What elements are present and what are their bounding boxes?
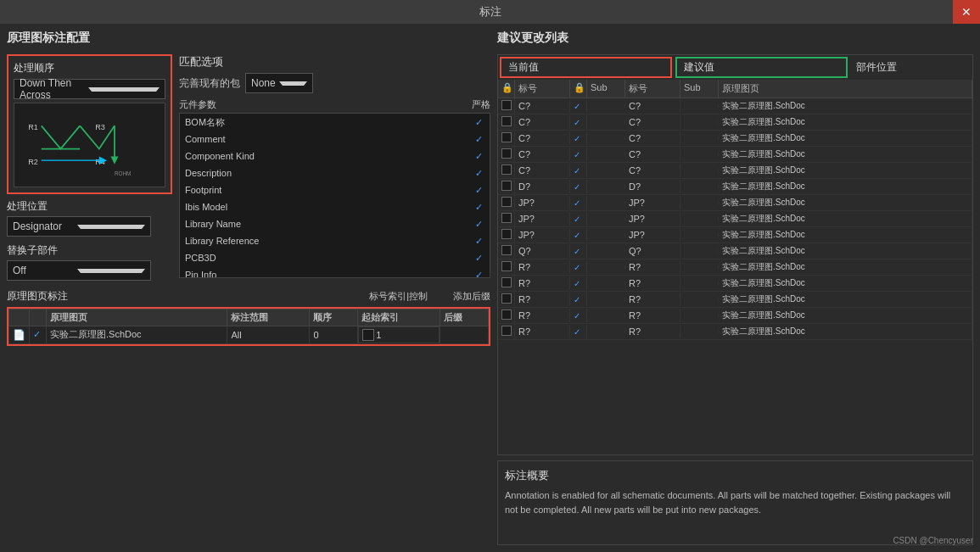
- summary-text: Annotation is enabled for all schematic …: [505, 488, 966, 516]
- col-scope: 标注范围: [227, 309, 310, 326]
- sugg-table-row: R? ✓ R? 实验二原理图.SchDoc: [498, 324, 972, 340]
- processing-order-section: 处理顺序 Down Then Across R1 R3: [7, 54, 172, 281]
- sugg-table-header: 🔒 标号 🔒 Sub 标号 Sub 原理图页: [498, 80, 972, 98]
- param-row: Description✓: [180, 164, 490, 181]
- row-checkbox[interactable]: [501, 148, 512, 159]
- suggestion-table-container: 当前值 建议值 部件位置 🔒 标号 🔒 Sub 标号 Sub 原理图页 C? ✓…: [497, 54, 973, 455]
- sugg-table-row: JP? ✓ JP? 实验二原理图.SchDoc: [498, 227, 972, 243]
- current-value-header: 当前值: [500, 57, 672, 78]
- replace-subpart-section: 替换子部件 Off: [7, 243, 172, 281]
- sugg-table-row: JP? ✓ JP? 实验二原理图.SchDoc: [498, 195, 972, 211]
- section-title: 原理图标注配置: [7, 31, 490, 46]
- watermark: CSDN @Chencyuser: [893, 536, 973, 545]
- left-panel: 原理图标注配置 处理顺序 Down Then Across R1: [7, 31, 490, 545]
- summary-title: 标注概要: [505, 468, 966, 483]
- params-list: BOM名称✓Comment✓Component Kind✓Description…: [179, 113, 490, 278]
- param-row: Pin Info✓: [180, 266, 490, 278]
- col-suffix: 后缀: [440, 309, 489, 326]
- row-checkbox[interactable]: [501, 181, 512, 191]
- processing-order-select[interactable]: Down Then Across: [14, 79, 165, 99]
- param-row: Ibis Model✓: [180, 198, 490, 215]
- row-checkbox[interactable]: [501, 293, 512, 304]
- title-text: 标注: [479, 4, 501, 20]
- param-row: Library Name✓: [180, 215, 490, 232]
- row-checkbox[interactable]: [501, 213, 512, 223]
- row-checkbox[interactable]: [501, 261, 512, 271]
- select-arrow-process-icon: [77, 225, 145, 229]
- param-row: Footprint✓: [180, 181, 490, 198]
- suggested-value-header: 建议值: [675, 57, 848, 78]
- sugg-table-row: R? ✓ R? 实验二原理图.SchDoc: [498, 259, 972, 276]
- th-sub2: Sub: [680, 80, 719, 98]
- sugg-table-row: C? ✓ C? 实验二原理图.SchDoc: [498, 98, 972, 114]
- sugg-table-row: C? ✓ C? 实验二原理图.SchDoc: [498, 131, 972, 147]
- svg-text:ROHM: ROHM: [115, 170, 131, 176]
- col-order: 顺序: [310, 309, 358, 326]
- row-checkbox[interactable]: [501, 132, 512, 142]
- schematic-preview: R1 R3 R2 R4: [14, 103, 165, 187]
- processing-order-label: 处理顺序: [14, 61, 165, 75]
- close-button[interactable]: ✕: [953, 0, 980, 24]
- sugg-table-row: JP? ✓ JP? 实验二原理图.SchDoc: [498, 211, 972, 227]
- match-options-section: 匹配选项 完善现有的包 None 元件参数 严格 BOM名称✓Comment✓C…: [179, 54, 490, 281]
- sugg-table-row: D? ✓ D? 实验二原理图.SchDoc: [498, 179, 972, 195]
- sugg-table-body: C? ✓ C? 实验二原理图.SchDoc C? ✓ C? 实验二原理图.Sch…: [498, 98, 972, 454]
- select-arrow-replace-icon: [77, 269, 145, 273]
- complete-existing-label: 完善现有的包: [179, 76, 240, 91]
- param-row: Library Reference✓: [180, 232, 490, 249]
- process-location-select[interactable]: Designator: [7, 216, 151, 237]
- row-checkbox[interactable]: [501, 229, 512, 239]
- sugg-table-row: C? ✓ C? 实验二原理图.SchDoc: [498, 163, 972, 179]
- add-suffix-label: 添加后缀: [453, 290, 490, 303]
- th-lock: 🔒: [498, 80, 515, 98]
- sugg-table-row: R? ✓ R? 实验二原理图.SchDoc: [498, 292, 972, 308]
- replace-subpart-select[interactable]: Off: [7, 260, 151, 281]
- row-checkbox[interactable]: [501, 245, 512, 255]
- title-bar: 标注 ✕: [0, 0, 980, 24]
- component-params-label: 元件参数: [179, 98, 216, 111]
- svg-text:R1: R1: [28, 123, 38, 131]
- annotation-table: 原理图页 标注范围 顺序 起始索引 后缀 📄 ✓ 实验二原理图.SchDoc A…: [8, 309, 489, 344]
- sugg-table-row: C? ✓ C? 实验二原理图.SchDoc: [498, 114, 972, 131]
- row-checkbox[interactable]: [501, 197, 512, 207]
- row-checkbox[interactable]: [501, 100, 512, 110]
- th-sub1: Sub: [587, 80, 625, 98]
- param-row: Comment✓: [180, 131, 490, 148]
- col-start: 起始索引: [358, 309, 440, 326]
- svg-text:R2: R2: [28, 158, 38, 166]
- sugg-table-row: Q? ✓ Q? 实验二原理图.SchDoc: [498, 243, 972, 259]
- row-checkbox[interactable]: [501, 277, 512, 287]
- suggestion-title: 建议更改列表: [497, 31, 973, 46]
- param-row: PCB3D✓: [180, 249, 490, 266]
- schematic-annotation-label: 原理图页标注: [7, 289, 68, 304]
- process-location-section: 处理位置 Designator: [7, 199, 172, 237]
- match-options-label: 匹配选项: [179, 54, 490, 70]
- th-designator1: 标号: [515, 80, 570, 98]
- row-checkbox[interactable]: [501, 326, 512, 336]
- summary-section: 标注概要 Annotation is enabled for all schem…: [497, 460, 973, 545]
- th-lock2: 🔒: [570, 80, 587, 98]
- sugg-table-row: R? ✓ R? 实验二原理图.SchDoc: [498, 276, 972, 292]
- sugg-table-row: C? ✓ C? 实验二原理图.SchDoc: [498, 147, 972, 163]
- location-header: 部件位置: [849, 59, 972, 76]
- svg-text:R3: R3: [95, 123, 105, 131]
- schematic-annotation-section: 原理图页标注 标号索引|控制 添加后缀 原理图页 标注范围 顺序: [7, 289, 490, 346]
- annotation-table-row: 📄 ✓ 实验二原理图.SchDoc All 0 1: [9, 326, 489, 344]
- sugg-table-row: R? ✓ R? 实验二原理图.SchDoc: [498, 308, 972, 324]
- param-row: Component Kind✓: [180, 148, 490, 164]
- th-designator2: 标号: [625, 80, 680, 98]
- row-checkbox[interactable]: [501, 116, 512, 126]
- strict-label: 严格: [472, 98, 490, 111]
- col-schematic: 原理图页: [47, 309, 227, 326]
- replace-subpart-label: 替换子部件: [7, 243, 172, 258]
- svg-rect-0: [14, 107, 165, 184]
- index-control-label: 标号索引|控制: [369, 290, 428, 303]
- complete-existing-select[interactable]: None: [245, 73, 313, 93]
- row-checkbox[interactable]: [501, 164, 512, 175]
- row-checkbox[interactable]: [501, 309, 512, 320]
- select-arrow-complete-icon: [279, 81, 307, 86]
- select-arrow-icon: [88, 87, 160, 92]
- process-location-label: 处理位置: [7, 199, 172, 214]
- right-panel: 建议更改列表 当前值 建议值 部件位置 🔒 标号 🔒 Sub 标号 Sub 原理…: [497, 31, 973, 545]
- th-location: 原理图页: [719, 80, 972, 98]
